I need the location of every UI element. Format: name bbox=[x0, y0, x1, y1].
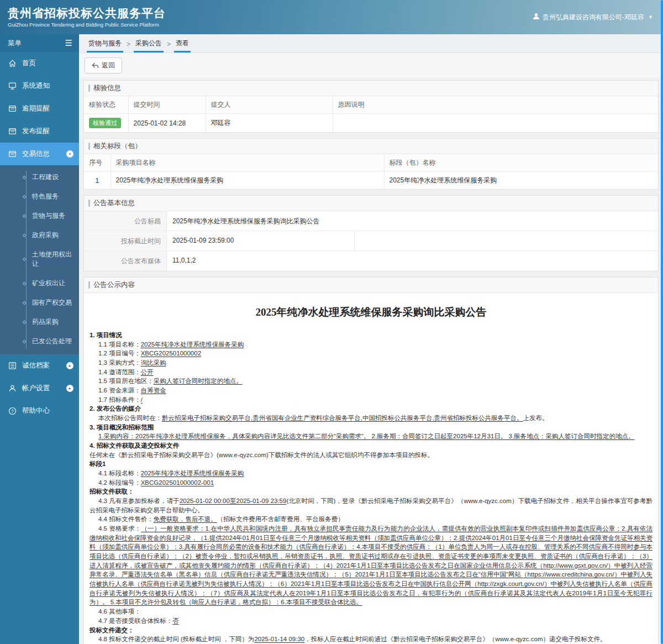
app-header: 贵州省招标投标公共服务平台 GuiZhou Province Tendering… bbox=[0, 0, 663, 34]
sidebar-subitem-土地使用权出让[interactable]: 土地使用权出让 bbox=[30, 245, 79, 274]
title-bar-marker bbox=[88, 143, 90, 150]
document-line: 1.采购内容：2025年纯净水处理系统维保服务，具体采购内容详见比选文件第二部分… bbox=[90, 432, 653, 441]
announcement-info-rows: 公告标题2025年纯净水处理系统维保服务采购询比采购公告投标截止时间2025-0… bbox=[84, 211, 658, 271]
column-header: 核验状态 bbox=[84, 96, 128, 114]
sidebar-item-逾期提醒[interactable]: 逾期提醒 bbox=[0, 97, 79, 120]
svg-text:?: ? bbox=[11, 409, 14, 414]
diamond-bullet-icon bbox=[22, 301, 26, 305]
sidebar-item-帮助中心[interactable]: ?帮助中心 bbox=[0, 400, 79, 422]
underlined-text: 1.采购内容：2025年纯净水处理系统维保服务，具体采购内容详见比选文件第二部分… bbox=[98, 433, 635, 439]
document-line: 4.1 标段名称：2025年纯净水处理系统维保服务采购 bbox=[90, 469, 653, 478]
document-line: 任何未在《黔云招采电子招标采购交易平台》(www.e-qyzc.com)下载招标… bbox=[90, 451, 653, 460]
breadcrumb-item-采购公告[interactable]: 采购公告 bbox=[134, 34, 164, 53]
document-line: 1.7 招标条件：/ bbox=[90, 395, 653, 405]
breadcrumb-item-货物与服务[interactable]: 货物与服务 bbox=[87, 34, 123, 53]
text: 1.3 采购方式： bbox=[98, 359, 141, 366]
sidebar-subitem-label: 特色服务 bbox=[32, 192, 59, 200]
document-heading: 2. 发布公告的媒介 bbox=[90, 404, 653, 413]
chevron-down-circle-icon: ▾ bbox=[66, 150, 73, 158]
document-line: 4.7 是否接受联合体投标：否 bbox=[90, 616, 653, 626]
sidebar-subitem-特色服务[interactable]: 特色服务 bbox=[30, 187, 79, 206]
sidebar-subitem-国有产权交易[interactable]: 国有产权交易 bbox=[30, 293, 79, 312]
related-sections-title-text: 相关标段（包） bbox=[93, 142, 142, 151]
sidebar-subitem-工程建设[interactable]: 工程建设 bbox=[30, 167, 79, 187]
document-heading: 3. 项目概况和招标范围 bbox=[90, 423, 653, 432]
sidebar-item-系统通知[interactable]: 系统通知 bbox=[0, 75, 79, 97]
sidebar-subitem-label: 土地使用权出让 bbox=[32, 250, 72, 268]
sidebar-subitem-label: 工程建设 bbox=[32, 173, 59, 181]
document-lines: 1. 项目情况1.1 项目名称：2025年纯净水处理系统维保服务采购1.2 项目… bbox=[90, 331, 653, 644]
app-title: 贵州省招标投标公共服务平台 bbox=[8, 7, 166, 20]
text: 4.1 标段名称： bbox=[98, 470, 141, 477]
sidebar-subitem-药品采购[interactable]: 药品采购 bbox=[30, 312, 79, 332]
document-line: 4.6 其他事项： bbox=[90, 607, 653, 616]
table-cell: 2025年纯净水处理系统维保服务采购 bbox=[110, 172, 384, 190]
sidebar-subitem-矿业权出让[interactable]: 矿业权出让 bbox=[30, 274, 79, 293]
underlined-text: 黔云招采电子招标采购交易平台,贵州省国有企业生产资料综合服务平台,中国招投标公共… bbox=[162, 415, 523, 421]
text: 1. 项目情况 bbox=[90, 332, 122, 338]
column-header: 原因说明 bbox=[333, 96, 658, 114]
table-header-row: 核验状态提交时间提交人原因说明 bbox=[84, 96, 658, 114]
info-row: 公告标题2025年纯净水处理系统维保服务采购询比采购公告 bbox=[84, 211, 658, 231]
folder-icon bbox=[8, 150, 17, 159]
text: 任何未在《黔云招采电子招标采购交易平台》(www.e-qyzc.com)下载招标… bbox=[90, 452, 434, 458]
status-badge: 核验通过 bbox=[89, 118, 121, 128]
question-icon: ? bbox=[8, 407, 17, 416]
verification-title-text: 核验信息 bbox=[93, 83, 121, 93]
underlined-text: XBCG202501000002-001 bbox=[141, 479, 214, 486]
column-header: 采购项目名称 bbox=[110, 154, 384, 172]
user-menu[interactable]: 贵州弘典建设咨询有限公司-邓廷容 ▼ bbox=[533, 13, 653, 22]
sidebar-item-发布提醒[interactable]: 发布提醒 bbox=[0, 120, 79, 143]
text: 4. 招标文件获取及递交投标文件 bbox=[90, 442, 179, 449]
document-line: 4.2 标段编号：XBCG202501000002-001 bbox=[90, 478, 653, 488]
document-line: 1.4 邀请范围：公开 bbox=[90, 368, 653, 377]
text: （招标文件费用不含邮寄费用、平台服务费） bbox=[217, 516, 344, 522]
caret-down-icon: ▼ bbox=[648, 14, 653, 20]
sidebar-subitem-政府采购[interactable]: 政府采购 bbox=[30, 226, 79, 245]
back-button[interactable]: 返回 bbox=[85, 57, 122, 74]
cell-reason bbox=[333, 114, 658, 133]
cell-status: 核验通过 bbox=[84, 114, 128, 133]
underlined-text: 2025-01-02 00:00至2025-01-09 23:59 bbox=[180, 498, 287, 504]
diamond-bullet-icon bbox=[22, 175, 26, 179]
text: 1.2 项目编号： bbox=[98, 350, 141, 357]
document-line: 4.3 凡有意参加投标者，请于2025-01-02 00:00至2025-01-… bbox=[90, 496, 653, 515]
sidebar-item-label: 帐户设置 bbox=[22, 384, 50, 393]
text: 上发布。 bbox=[523, 415, 549, 421]
text: 本次招标公告同时在： bbox=[98, 415, 162, 421]
text: 2. 发布公告的媒介 bbox=[90, 405, 141, 412]
text: 4.5 资格要求： bbox=[98, 525, 141, 532]
page: 贵州省招标投标公共服务平台 GuiZhou Province Tendering… bbox=[0, 0, 663, 644]
sidebar-item-交易信息[interactable]: 交易信息▾ bbox=[0, 143, 79, 165]
title-bar-marker bbox=[88, 200, 90, 207]
back-icon bbox=[92, 62, 99, 69]
table-row: 核验通过2025-01-02 14:28邓廷容 bbox=[84, 114, 658, 133]
hamburger-icon[interactable]: ☰ bbox=[65, 38, 72, 48]
document-line: 1.3 采购方式：询比采购 bbox=[90, 358, 653, 368]
breadcrumb: 货物与服务>采购公告>查看 bbox=[79, 34, 663, 53]
list-icon bbox=[8, 362, 17, 370]
info-value: 2025-01-09 23:59:00 bbox=[167, 231, 355, 250]
sidebar-item-label: 诚信档案 bbox=[22, 361, 50, 370]
text: 4.3 凡有意参加投标者，请于 bbox=[98, 498, 180, 504]
document-heading: 投标文件递交： bbox=[90, 626, 653, 635]
sidebar-subitem-货物与服务[interactable]: 货物与服务 bbox=[30, 206, 79, 226]
sidebar-item-诚信档案[interactable]: 诚信档案▸ bbox=[0, 354, 79, 377]
document-line: 1.2 项目编号：XBCG202501000002 bbox=[90, 349, 653, 358]
column-header: 序号 bbox=[84, 154, 110, 172]
document-line: 4.5 资格要求：（一）一般资格要求：1.在中华人民共和国境内注册，具有独立承担… bbox=[90, 524, 653, 607]
sidebar-item-首页[interactable]: 首页 bbox=[0, 52, 79, 75]
scrollbar[interactable] bbox=[661, 0, 663, 644]
breadcrumb-separator: > bbox=[125, 36, 131, 53]
verification-table: 核验状态提交时间提交人原因说明核验通过2025-01-02 14:28邓廷容 bbox=[84, 96, 658, 132]
text: 3. 项目概况和招标范围 bbox=[90, 424, 154, 431]
underlined-text: 免费获取，售后不退。 bbox=[154, 516, 217, 522]
folder-icon bbox=[8, 104, 17, 113]
diamond-bullet-icon bbox=[22, 195, 26, 198]
diamond-bullet-icon bbox=[22, 257, 26, 261]
breadcrumb-item-查看[interactable]: 查看 bbox=[174, 34, 191, 53]
sidebar-subitem-已发公告处理[interactable]: 已发公告处理 bbox=[30, 332, 79, 351]
verification-panel: 核验信息 核验状态提交时间提交人原因说明核验通过2025-01-02 14:28… bbox=[83, 80, 659, 133]
column-header: 提交人 bbox=[206, 96, 333, 114]
sidebar-item-帐户设置[interactable]: 帐户设置▸ bbox=[0, 377, 79, 400]
